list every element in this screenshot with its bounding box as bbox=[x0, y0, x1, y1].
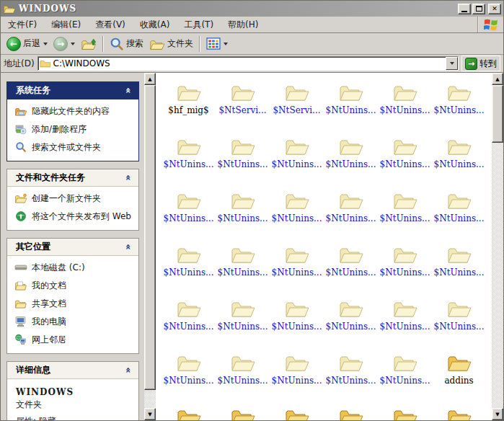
system-tasks-header[interactable]: 系统任务 « bbox=[7, 82, 138, 99]
file-item[interactable] bbox=[378, 403, 432, 420]
file-scroll-track[interactable] bbox=[492, 143, 503, 408]
views-button[interactable] bbox=[203, 35, 231, 53]
scroll-up-icon[interactable]: ▲ bbox=[492, 73, 503, 85]
task-item[interactable]: 我的电脑 bbox=[14, 316, 134, 328]
file-item[interactable]: $NtServi... bbox=[270, 79, 324, 133]
file-item[interactable]: $NtServi... bbox=[216, 79, 270, 133]
file-item[interactable]: $NtUnins... bbox=[378, 79, 432, 133]
scroll-down-icon[interactable]: ▼ bbox=[144, 408, 156, 420]
sidebar-scroll-thumb[interactable] bbox=[144, 85, 156, 390]
task-item[interactable]: 添加/删除程序 bbox=[14, 123, 134, 136]
file-item[interactable] bbox=[324, 403, 378, 420]
forward-dropdown-icon[interactable] bbox=[71, 43, 75, 45]
file-item[interactable]: $NtUnins... bbox=[270, 349, 324, 403]
folder-icon bbox=[446, 136, 472, 157]
menu-item[interactable]: 查看(V) bbox=[88, 19, 133, 31]
menu-item[interactable]: 帮助(H) bbox=[221, 19, 265, 31]
file-item[interactable]: $NtUnins... bbox=[270, 295, 324, 349]
file-scroll-thumb[interactable] bbox=[492, 85, 503, 143]
views-dropdown-icon[interactable] bbox=[224, 43, 228, 45]
other-places-header[interactable]: 其它位置 « bbox=[7, 239, 138, 256]
sidebar-scroll-track[interactable] bbox=[144, 390, 156, 408]
file-item[interactable]: $NtUnins... bbox=[378, 349, 432, 403]
file-item[interactable] bbox=[162, 403, 216, 420]
back-button[interactable]: ← 后退 bbox=[4, 35, 50, 53]
details-header[interactable]: 详细信息 « bbox=[7, 362, 138, 379]
file-item[interactable]: $NtUnins... bbox=[216, 349, 270, 403]
minimize-button[interactable] bbox=[458, 4, 471, 14]
address-combo[interactable]: C:\WINDOWS bbox=[37, 56, 459, 71]
file-item[interactable]: $NtUnins... bbox=[324, 187, 378, 241]
task-item[interactable]: 搜索文件或文件夹 bbox=[14, 141, 134, 154]
search-button[interactable]: 搜索 bbox=[107, 35, 146, 53]
back-dropdown-icon[interactable] bbox=[43, 43, 48, 45]
file-item[interactable]: $NtUnins... bbox=[324, 241, 378, 295]
file-item[interactable]: $NtUnins... bbox=[216, 295, 270, 349]
file-item[interactable]: $NtUnins... bbox=[162, 295, 216, 349]
file-item[interactable]: $NtUnins... bbox=[216, 187, 270, 241]
menu-item[interactable]: 收藏(A) bbox=[133, 19, 177, 31]
back-label: 后退 bbox=[23, 37, 40, 50]
file-item[interactable]: $NtUnins... bbox=[162, 187, 216, 241]
file-item[interactable]: $NtUnins... bbox=[432, 187, 486, 241]
file-item[interactable]: $NtUnins... bbox=[324, 133, 378, 187]
collapse-chevron-icon[interactable]: « bbox=[123, 367, 133, 373]
file-item[interactable]: $NtUnins... bbox=[432, 133, 486, 187]
menu-item[interactable]: 工具(T) bbox=[177, 19, 221, 31]
file-item[interactable]: $NtUnins... bbox=[432, 241, 486, 295]
collapse-chevron-icon[interactable]: « bbox=[123, 244, 133, 249]
title-bar[interactable]: WINDOWS ✕ bbox=[1, 1, 503, 17]
file-item[interactable]: $NtUnins... bbox=[216, 133, 270, 187]
file-item[interactable]: $NtUnins... bbox=[378, 187, 432, 241]
file-item[interactable]: $NtUnins... bbox=[270, 187, 324, 241]
file-item[interactable]: $NtUnins... bbox=[324, 79, 378, 133]
file-item[interactable]: $NtUnins... bbox=[162, 349, 216, 403]
file-item-label: $NtUnins... bbox=[326, 213, 376, 223]
up-button[interactable] bbox=[78, 35, 100, 53]
address-value[interactable]: C:\WINDOWS bbox=[51, 58, 446, 68]
file-item[interactable]: $NtUnins... bbox=[162, 133, 216, 187]
task-item[interactable]: 我的文档 bbox=[14, 280, 134, 292]
task-item[interactable]: 本地磁盘 (C:) bbox=[14, 262, 134, 274]
forward-button[interactable]: → bbox=[50, 35, 78, 53]
file-item[interactable] bbox=[216, 403, 270, 420]
file-item[interactable]: $NtUnins... bbox=[216, 241, 270, 295]
file-item[interactable]: $NtUnins... bbox=[324, 349, 378, 403]
task-item[interactable]: 创建一个新文件夹 bbox=[14, 192, 134, 205]
menu-item[interactable]: 文件(F) bbox=[1, 19, 44, 31]
folders-button[interactable]: 文件夹 bbox=[146, 35, 196, 53]
task-item[interactable]: 共享文档 bbox=[14, 298, 134, 310]
task-item[interactable]: 将这个文件夹发布到 Web bbox=[14, 211, 134, 223]
file-tasks-header[interactable]: 文件和文件夹任务 « bbox=[7, 169, 138, 187]
task-item[interactable]: 网上邻居 bbox=[14, 334, 134, 346]
file-item[interactable]: $NtUnins... bbox=[378, 133, 432, 187]
file-item[interactable]: $NtUnins... bbox=[270, 133, 324, 187]
maximize-button[interactable] bbox=[472, 4, 485, 14]
sidebar-scrollbar[interactable]: ▲ ▼ bbox=[144, 73, 156, 420]
file-list-area[interactable]: $hf_mig$$NtServi...$NtServi...$NtUnins..… bbox=[156, 73, 492, 420]
file-item-label: $NtUnins... bbox=[434, 159, 485, 169]
file-item[interactable]: $NtUnins... bbox=[270, 241, 324, 295]
close-button[interactable]: ✕ bbox=[488, 4, 501, 14]
address-dropdown-button[interactable] bbox=[446, 57, 458, 70]
file-item[interactable]: $NtUnins... bbox=[378, 295, 432, 349]
task-item[interactable]: 隐藏此文件夹的内容 bbox=[14, 105, 134, 118]
file-item[interactable]: $NtUnins... bbox=[432, 79, 486, 133]
file-item[interactable]: $NtUnins... bbox=[432, 295, 486, 349]
folder-icon bbox=[338, 352, 364, 373]
file-item[interactable] bbox=[270, 403, 324, 420]
scroll-down-icon[interactable]: ▼ bbox=[492, 408, 503, 420]
file-item[interactable] bbox=[432, 403, 486, 420]
file-item[interactable]: $NtUnins... bbox=[378, 241, 432, 295]
scroll-up-icon[interactable]: ▲ bbox=[144, 73, 156, 85]
go-button[interactable]: → 转到 bbox=[461, 56, 500, 71]
file-list-scrollbar[interactable]: ▲ ▼ bbox=[492, 73, 503, 420]
file-item[interactable]: addins bbox=[432, 349, 486, 403]
file-item[interactable]: $NtUnins... bbox=[324, 295, 378, 349]
file-item[interactable]: $NtUnins... bbox=[162, 241, 216, 295]
menu-item[interactable]: 编辑(E) bbox=[44, 19, 88, 31]
collapse-chevron-icon[interactable]: « bbox=[123, 87, 133, 93]
folder-icon bbox=[338, 81, 364, 103]
file-item[interactable]: $hf_mig$ bbox=[162, 79, 216, 133]
collapse-chevron-icon[interactable]: « bbox=[123, 174, 133, 180]
